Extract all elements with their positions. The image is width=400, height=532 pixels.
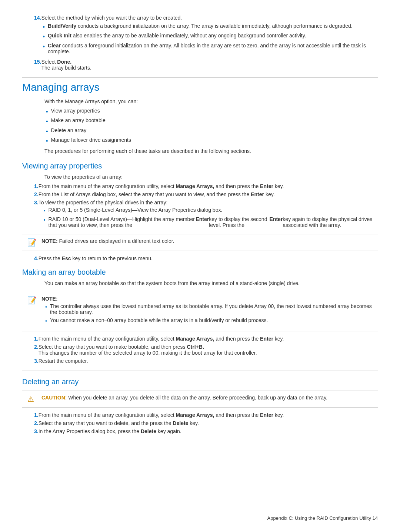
viewing-step-3: 3. To view the properties of the physica…	[22, 200, 378, 230]
step-15: 15. Select Done. The array build starts.	[22, 59, 378, 71]
viewing-step-2: 2. From the List of Arrays dialog box, s…	[22, 191, 378, 197]
step-15-text: Select Done.	[41, 59, 71, 65]
viewing-steps: 1. From the main menu of the array confi…	[22, 183, 378, 230]
bootable-steps: 1. From the main menu of the array confi…	[22, 336, 378, 364]
caution-icon: ⚠	[27, 395, 38, 404]
bootable-note-box: 📝 NOTE: The controller always uses the l…	[22, 292, 378, 331]
bullet-view-properties: View array properties	[44, 108, 378, 116]
bullet-make-bootable: Make an array bootable	[44, 117, 378, 126]
bootable-note-bullet-2: You cannot make a non–00 array bootable …	[41, 317, 373, 325]
deleting-step-2: 2. Select the array that you want to del…	[22, 420, 378, 426]
bootable-note-bullet-1: The controller always uses the lowest nu…	[41, 303, 373, 315]
caution-box: ⚠ CAUTION: When you delete an array, you…	[22, 391, 378, 408]
top-steps: 14. Select the method by which you want …	[22, 15, 378, 71]
viewing-array-properties-heading: Viewing array properties	[22, 162, 378, 170]
bootable-step-2-sub: This changes the number of the selected …	[39, 350, 378, 356]
bullet-raid-dual: RAID 10 or 50 (Dual-Level Arrays)—Highli…	[39, 216, 378, 228]
deleting-step-1: 1. From the main menu of the array confi…	[22, 412, 378, 418]
viewing-array-properties-intro: To view the properties of an array:	[22, 173, 378, 181]
bootable-note-icon: 📝	[27, 296, 38, 305]
step-14: 14. Select the method by which you want …	[22, 15, 378, 57]
deleting-divider	[22, 371, 378, 371]
bullet-build-verify: Build/Verify conducts a background initi…	[41, 23, 378, 31]
bullet-delete-array: Delete an array	[44, 127, 378, 135]
footer-text: Appendix C: Using the RAID Configuration…	[267, 515, 378, 521]
page-footer: Appendix C: Using the RAID Configuration…	[267, 515, 378, 521]
managing-arrays-bullets: View array properties Make an array boot…	[22, 108, 378, 145]
bullet-clear: Clear conducts a foreground initializati…	[41, 43, 378, 54]
managing-arrays-footer: The procedures for performing each of th…	[22, 147, 378, 155]
bootable-note-content: NOTE: The controller always uses the low…	[41, 296, 373, 327]
step-14-text: Select the method by which you want the …	[41, 15, 182, 21]
bootable-step-1: 1. From the main menu of the array confi…	[22, 336, 378, 342]
deleting-array-heading: Deleting an array	[22, 378, 378, 386]
caution-content: CAUTION: When you delete an array, you d…	[41, 395, 327, 401]
bootable-step-2: 2. Select the array that you want to mak…	[22, 344, 378, 356]
making-array-bootable-heading: Making an array bootable	[22, 268, 378, 277]
viewing-step-4-list: 4. Press the Esc key to return to the pr…	[22, 255, 378, 261]
deleting-step-3: 3. In the Array Properties dialog box, p…	[22, 428, 378, 434]
bullet-quick-init: Quick Init also enables the array to be …	[41, 33, 378, 41]
managing-divider	[22, 77, 378, 78]
note-content: NOTE: Failed drives are displayed in a d…	[41, 238, 174, 244]
bootable-step-3: 3. Restart the computer.	[22, 358, 378, 364]
viewing-note-box: 📝 NOTE: Failed drives are displayed in a…	[22, 234, 378, 251]
step-15-subtext: The array build starts.	[41, 65, 378, 71]
bullet-raid-single: RAID 0, 1, or 5 (Single-Level Arrays)—Vi…	[39, 207, 378, 215]
viewing-step-4: 4. Press the Esc key to return to the pr…	[22, 255, 378, 261]
deleting-steps: 1. From the main menu of the array confi…	[22, 412, 378, 434]
viewing-step-1: 1. From the main menu of the array confi…	[22, 183, 378, 189]
viewing-step-3-bullets: RAID 0, 1, or 5 (Single-Level Arrays)—Vi…	[39, 207, 378, 228]
making-array-bootable-intro: You can make an array bootable so that t…	[22, 280, 378, 287]
bootable-note-list: The controller always uses the lowest nu…	[41, 303, 373, 325]
caution-text: When you delete an array, you delete all…	[68, 395, 327, 401]
step-14-bullets: Build/Verify conducts a background initi…	[41, 23, 378, 54]
bullet-manage-failover: Manage failover drive assignments	[44, 137, 378, 145]
managing-arrays-intro: With the Manage Arrays option, you can:	[22, 98, 378, 106]
managing-arrays-heading: Managing arrays	[22, 81, 378, 93]
note-icon: 📝	[27, 238, 38, 247]
